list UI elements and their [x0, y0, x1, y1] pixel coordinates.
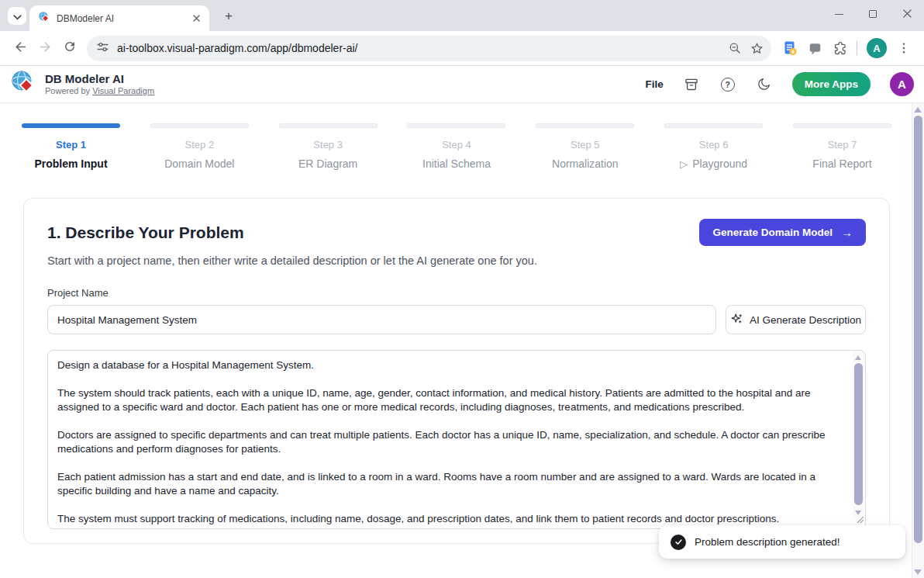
step-tab-problem-input[interactable]: Step 1 Problem Input	[22, 123, 120, 170]
archive-icon[interactable]	[683, 76, 700, 93]
tab-favicon	[38, 11, 50, 26]
step-wizard: Step 1 Problem Input Step 2 Domain Model…	[22, 123, 891, 170]
arrow-right-icon: →	[841, 226, 853, 239]
docs-offline-extension-icon[interactable]	[777, 36, 802, 61]
step-number: Step 5	[571, 139, 600, 151]
generate-domain-model-button[interactable]: Generate Domain Model →	[699, 219, 866, 246]
step-number: Step 3	[313, 139, 343, 151]
chevron-down-icon	[13, 9, 22, 23]
step-tab-er-diagram[interactable]: Step 3 ER Diagram	[279, 123, 378, 170]
page-scrollbar[interactable]	[912, 103, 924, 578]
page-scrollbar-thumb[interactable]	[914, 116, 922, 543]
powered-by: Powered by Visual Paradigm	[45, 85, 154, 96]
step-tab-initial-schema[interactable]: Step 4 Initial Schema	[407, 123, 505, 170]
description-paragraph: The system should track patients, each w…	[57, 386, 840, 414]
toast-notification: Problem description generated!	[659, 525, 905, 559]
step-label: ER Diagram	[298, 157, 357, 170]
site-settings-icon[interactable]	[96, 40, 109, 57]
browser-tab[interactable]: DBModeler AI	[29, 5, 209, 31]
back-button[interactable]	[8, 36, 33, 61]
scroll-up-arrow-icon[interactable]	[914, 107, 922, 112]
play-icon: ▷	[680, 158, 688, 170]
step-number: Step 4	[442, 139, 471, 151]
step-tab-playground[interactable]: Step 6 ▷ Playground	[664, 123, 763, 170]
step-progress-bar	[664, 123, 763, 128]
textarea-scrollbar-thumb[interactable]	[854, 363, 863, 505]
step-label: Normalization	[552, 157, 619, 170]
app-logo	[10, 69, 37, 99]
extensions-puzzle-icon[interactable]	[827, 36, 852, 61]
app-name: DB Modeler AI	[45, 72, 154, 85]
tab-search-chevron-button[interactable]	[8, 7, 26, 25]
window-minimize-button[interactable]	[822, 0, 856, 28]
visual-paradigm-link[interactable]: Visual Paradigm	[92, 86, 154, 95]
step-number: Step 6	[699, 139, 729, 151]
app-title-block: DB Modeler AI Powered by Visual Paradigm	[45, 72, 154, 96]
forward-button[interactable]	[33, 36, 57, 61]
problem-description-textarea[interactable]: Design a database for a Hospital Managem…	[47, 350, 866, 529]
reload-icon	[63, 40, 77, 57]
window-close-button[interactable]	[890, 0, 924, 28]
back-arrow-icon	[13, 40, 28, 57]
url-text[interactable]: ai-toolbox.visual-paradigm.com/app/dbmod…	[117, 42, 724, 54]
more-apps-button[interactable]: More Apps	[792, 72, 871, 96]
minimize-icon	[835, 14, 843, 15]
browser-toolbar: ai-toolbox.visual-paradigm.com/app/dbmod…	[0, 31, 924, 66]
step-label: Problem Input	[34, 157, 107, 170]
sparkles-icon	[730, 312, 743, 327]
user-avatar[interactable]: A	[890, 72, 914, 96]
maximize-icon	[869, 10, 877, 18]
toolbar-divider	[857, 41, 857, 55]
step-tab-normalization[interactable]: Step 5 Normalization	[536, 123, 634, 170]
success-check-icon	[671, 535, 686, 550]
step-progress-bar	[279, 123, 378, 128]
dark-mode-moon-icon[interactable]	[756, 76, 773, 93]
step-progress-bar	[536, 123, 634, 128]
project-name-label: Project Name	[47, 287, 866, 299]
step-tab-domain-model[interactable]: Step 2 Domain Model	[150, 123, 249, 170]
problem-input-card: 1. Describe Your Problem Generate Domain…	[23, 198, 890, 544]
step-progress-bar	[407, 123, 505, 128]
browser-profile-avatar[interactable]: A	[867, 38, 887, 58]
browser-tab-strip: DBModeler AI +	[0, 0, 924, 31]
app-header: DB Modeler AI Powered by Visual Paradigm…	[0, 66, 924, 103]
window-controls	[822, 0, 924, 28]
description-paragraph: Each patient admission has a start and e…	[57, 470, 840, 498]
step-label: Final Report	[812, 157, 871, 170]
toast-message: Problem description generated!	[695, 536, 840, 548]
step-number: Step 1	[56, 139, 86, 151]
textarea-scrollbar[interactable]	[853, 351, 864, 518]
scroll-up-arrow-icon[interactable]	[855, 355, 861, 360]
description-paragraph: Doctors are assigned to specific departm…	[57, 428, 840, 456]
project-name-input[interactable]	[47, 305, 716, 334]
reload-button[interactable]	[57, 36, 82, 61]
tab-title: DBModeler AI	[57, 13, 189, 24]
description-paragraph: The system must support tracking of medi…	[57, 512, 840, 526]
card-title: 1. Describe Your Problem	[47, 223, 244, 242]
step-label: Initial Schema	[422, 157, 491, 170]
zoom-out-icon[interactable]	[724, 37, 746, 59]
help-icon[interactable]: ?	[719, 76, 736, 93]
card-subtitle: Start with a project name, then either w…	[47, 254, 866, 267]
app-header-actions: File ? More Apps A	[645, 72, 914, 96]
app-page: Step 1 Problem Input Step 2 Domain Model…	[0, 103, 912, 578]
ai-generate-description-button[interactable]: AI Generate Description	[726, 305, 866, 334]
address-bar[interactable]: ai-toolbox.visual-paradigm.com/app/dbmod…	[87, 36, 771, 61]
step-progress-bar	[793, 123, 891, 128]
scroll-down-arrow-icon[interactable]	[914, 569, 922, 575]
description-paragraph: Design a database for a Hospital Managem…	[57, 358, 840, 372]
bookmark-star-icon[interactable]	[746, 37, 767, 59]
step-tab-final-report[interactable]: Step 7 Final Report	[793, 123, 891, 170]
step-progress-bar	[150, 123, 249, 128]
step-progress-bar	[22, 123, 120, 128]
chat-extension-icon[interactable]	[802, 36, 827, 61]
window-maximize-button[interactable]	[856, 0, 890, 28]
file-menu[interactable]: File	[645, 78, 663, 90]
close-icon	[903, 7, 912, 21]
step-label: Domain Model	[164, 157, 234, 170]
tab-close-icon[interactable]	[189, 12, 203, 26]
new-tab-button[interactable]: +	[219, 7, 238, 26]
browser-menu-kebab-icon[interactable]	[891, 36, 916, 61]
step-number: Step 2	[185, 139, 215, 151]
forward-arrow-icon	[38, 40, 53, 57]
